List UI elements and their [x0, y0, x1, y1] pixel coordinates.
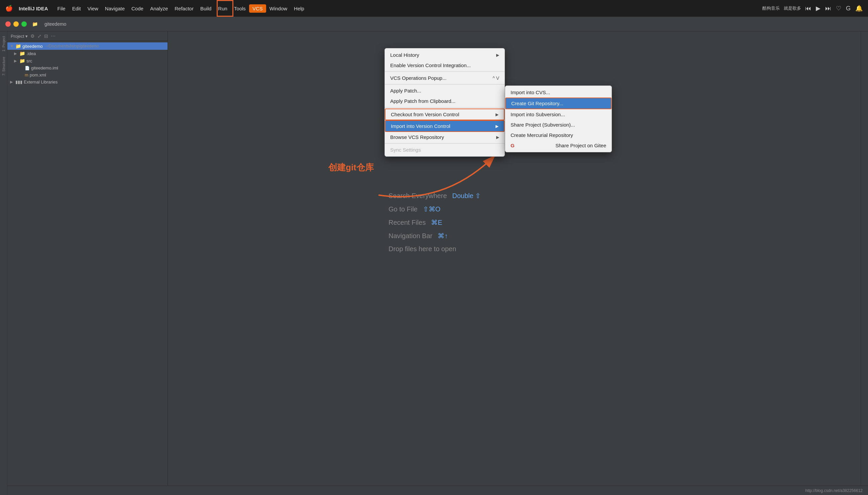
search-everywhere-shortcut: Double ⇧: [453, 192, 481, 200]
tree-item-pom[interactable]: m pom.xml: [7, 71, 167, 79]
navigation-bar-shortcut: ⌘↑: [438, 232, 448, 240]
vcs-dropdown-menu: Local History ▶ Enable Version Control I…: [384, 48, 505, 157]
submenu-share-gitee[interactable]: G Share Project on Gitee: [505, 140, 611, 151]
sync-settings-label: Sync Settings: [390, 147, 421, 153]
tree-item-idea[interactable]: ▶ 📁 .idea: [7, 50, 167, 57]
menu-run[interactable]: Run: [215, 4, 231, 13]
submenu-arrow-icon: ▶: [495, 112, 498, 117]
tree-item-iml[interactable]: 📄 giteedemo.iml: [7, 65, 167, 71]
titlebar: 📁 giteedemo: [0, 17, 868, 31]
expand-all-icon[interactable]: ⤢: [37, 33, 42, 39]
vcs-menu-enable-vc[interactable]: Enable Version Control Integration...: [385, 60, 505, 70]
play-icon[interactable]: ▶: [816, 5, 820, 12]
collapse-icon[interactable]: ⊟: [44, 33, 48, 39]
vcs-menu-apply-patch-clipboard[interactable]: Apply Patch from Clipboard...: [385, 96, 505, 106]
tree-label-pom: pom.xml: [30, 72, 46, 78]
menu-edit[interactable]: Edit: [69, 4, 84, 13]
next-track-icon[interactable]: ⏭: [825, 5, 831, 12]
menu-bar: 🍎 IntelliJ IDEA File Edit View Navigate …: [0, 0, 868, 17]
tree-label-giteedemo: giteedemo: [22, 44, 43, 49]
vcs-menu-operations-popup[interactable]: VCS Operations Popup... ^ V: [385, 73, 505, 83]
project-tree: ▼ 📁 giteedemo ~/Documents/temp/giteedemo…: [7, 41, 167, 495]
folder-icon: 📁: [32, 21, 38, 27]
tree-item-src[interactable]: ▶ 📁 src: [7, 57, 167, 65]
tree-label-iml: giteedemo.iml: [31, 66, 58, 70]
submenu-import-svn[interactable]: Import into Subversion...: [505, 109, 611, 120]
separator-3: [385, 107, 505, 107]
hint-navigation-bar: Navigation Bar ⌘↑: [389, 232, 481, 240]
menu-view[interactable]: View: [84, 4, 102, 13]
vcs-operations-label: VCS Operations Popup...: [390, 75, 446, 81]
tree-item-external-libs[interactable]: ▶ ▮▮▮ External Libraries: [7, 79, 167, 86]
apple-logo-icon[interactable]: 🍎: [5, 5, 13, 12]
local-history-label: Local History: [390, 52, 419, 58]
left-side-strip: 1: Project 7: Structure: [0, 31, 7, 495]
tree-item-giteedemo[interactable]: ▼ 📁 giteedemo ~/Documents/temp/giteedemo: [7, 42, 167, 50]
menu-tools[interactable]: Tools: [231, 4, 249, 13]
hint-goto-file: Go to File ⇧⌘O: [389, 205, 481, 213]
vcs-menu-import[interactable]: Import into Version Control ▶: [385, 120, 505, 132]
vcs-menu-browse-repo[interactable]: Browse VCS Repository ▶: [385, 132, 505, 142]
menu-analyze[interactable]: Analyze: [147, 4, 171, 13]
recent-files-shortcut: ⌘E: [431, 219, 442, 226]
share-svn-label: Share Project (Subversion)...: [511, 122, 575, 127]
menu-help[interactable]: Help: [291, 4, 308, 13]
import-vc-label: Import into Version Control: [391, 123, 451, 129]
vcs-menu-apply-patch[interactable]: Apply Patch...: [385, 86, 505, 96]
menu-window[interactable]: Window: [266, 4, 291, 13]
project-panel: Project ▾ ⚙ ⤢ ⊟ ⋯ ▼ 📁 giteedemo ~/Docume…: [7, 31, 168, 495]
traffic-lights: [5, 21, 27, 27]
tree-label-idea: .idea: [27, 51, 36, 56]
menu-vcs[interactable]: VCS: [249, 4, 266, 13]
project-header: Project ▾ ⚙ ⤢ ⊟ ⋯: [7, 31, 167, 41]
settings-icon[interactable]: ⚙: [30, 33, 35, 39]
submenu-create-git-repo[interactable]: Create Git Repository...: [505, 98, 611, 109]
notification-icon[interactable]: 🔔: [855, 5, 863, 12]
menu-navigate[interactable]: Navigate: [102, 4, 128, 13]
close-button[interactable]: [5, 21, 11, 27]
music-slogan: 就是歌多: [784, 5, 801, 11]
recent-files-label: Recent Files: [389, 219, 426, 226]
vcs-menu-checkout[interactable]: Checkout from Version Control ▶: [385, 108, 505, 120]
submenu-share-svn[interactable]: Share Project (Subversion)...: [505, 120, 611, 130]
right-side-strip: [861, 31, 868, 495]
expand-arrow-icon: ▼: [10, 44, 14, 48]
menu-file[interactable]: File: [54, 4, 69, 13]
bottom-strip: http://blog.csdn.net/a382256612: [0, 485, 868, 495]
project-dropdown[interactable]: Project ▾: [11, 34, 28, 39]
menu-refactor[interactable]: Refactor: [171, 4, 197, 13]
submenu-arrow-icon: ▶: [495, 124, 498, 129]
window-title: giteedemo: [45, 21, 66, 27]
music-app-name: 酷狗音乐: [762, 5, 780, 11]
folder-icon: 📁: [19, 58, 25, 64]
app-name[interactable]: IntelliJ IDEA: [19, 6, 48, 11]
expand-arrow-icon: ▶: [14, 51, 18, 56]
minimize-button[interactable]: [13, 21, 19, 27]
annotation-text: 创建git仓库: [328, 162, 374, 173]
separator-4: [385, 143, 505, 143]
more-icon[interactable]: ⋯: [51, 33, 55, 39]
drop-files-label: Drop files here to open: [389, 245, 456, 253]
navigation-bar-label: Navigation Bar: [389, 232, 432, 240]
submenu-create-mercurial[interactable]: Create Mercurial Repository: [505, 130, 611, 140]
vcs-menu-local-history[interactable]: Local History ▶: [385, 50, 505, 60]
separator-2: [385, 84, 505, 85]
prev-track-icon[interactable]: ⏮: [805, 5, 811, 12]
heart-icon[interactable]: ♡: [836, 5, 841, 12]
separator-1: [385, 71, 505, 72]
folder-icon: 📁: [15, 44, 21, 49]
g-icon[interactable]: G: [846, 5, 851, 12]
hint-recent-files: Recent Files ⌘E: [389, 219, 481, 226]
vcs-menu-sync-settings: Sync Settings: [385, 144, 505, 155]
content-area: Search Everywhere Double ⇧ Go to File ⇧⌘…: [168, 31, 861, 495]
enable-vc-label: Enable Version Control Integration...: [390, 63, 471, 68]
project-panel-label[interactable]: 1: Project: [1, 34, 6, 53]
menu-build[interactable]: Build: [197, 4, 215, 13]
structure-panel-label[interactable]: 7: Structure: [1, 55, 6, 78]
submenu-import-cvs[interactable]: Import into CVS...: [505, 87, 611, 98]
maximize-button[interactable]: [21, 21, 27, 27]
main-layout: 1: Project 7: Structure Project ▾ ⚙ ⤢ ⊟ …: [0, 31, 868, 495]
menubar-icons: ⏮ ▶ ⏭ ♡ G 🔔: [805, 5, 863, 12]
menu-code[interactable]: Code: [128, 4, 147, 13]
apply-patch-label: Apply Patch...: [390, 88, 421, 93]
